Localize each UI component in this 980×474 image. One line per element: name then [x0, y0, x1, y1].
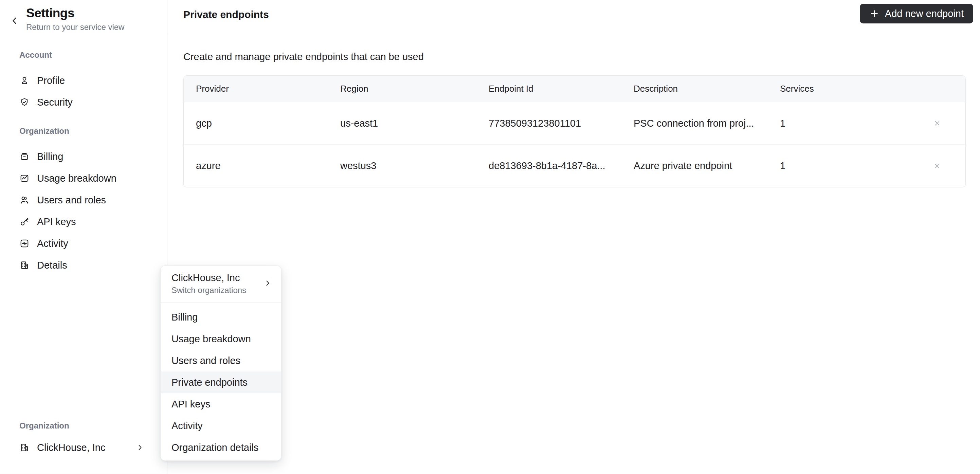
- menu-item-organization-details[interactable]: Organization details: [161, 437, 281, 458]
- menu-item-private-endpoints[interactable]: Private endpoints: [161, 371, 281, 393]
- column-header-services: Services: [780, 84, 909, 94]
- sidebar-item-users-and-roles[interactable]: Users and roles: [0, 189, 167, 211]
- menu-item-usage-breakdown[interactable]: Usage breakdown: [161, 328, 281, 350]
- sidebar-item-activity[interactable]: Activity: [0, 232, 167, 254]
- chevron-right-icon: [264, 279, 272, 287]
- sidebar-item-label: Billing: [37, 151, 63, 162]
- sidebar: Settings Return to your service view Acc…: [0, 0, 167, 474]
- add-new-endpoint-button[interactable]: Add new endpoint: [860, 4, 973, 24]
- user-icon: [19, 75, 30, 86]
- cell-services: 1: [780, 118, 909, 129]
- table-row: azure westus3 de813693-8b1a-4187-8a... A…: [184, 145, 966, 187]
- sidebar-title: Settings: [26, 6, 74, 21]
- menu-item-billing[interactable]: Billing: [161, 306, 281, 328]
- table-header-row: Provider Region Endpoint Id Description …: [184, 76, 966, 102]
- column-header-provider: Provider: [196, 84, 340, 94]
- sidebar-item-label: Activity: [37, 238, 68, 249]
- cell-region: us-east1: [340, 118, 488, 129]
- main-content: Create and manage private endpoints that…: [168, 33, 980, 474]
- usage-chart-icon: [19, 173, 30, 183]
- sidebar-item-label: Users and roles: [37, 194, 106, 206]
- cell-region: westus3: [340, 160, 488, 172]
- sidebar-item-label: Profile: [37, 75, 65, 86]
- close-icon: [933, 119, 941, 127]
- remove-endpoint-button[interactable]: [931, 116, 944, 130]
- add-new-endpoint-label: Add new endpoint: [885, 8, 964, 19]
- section-label-organization: Organization: [19, 126, 69, 136]
- back-button[interactable]: [9, 15, 21, 27]
- sidebar-subtitle: Return to your service view: [26, 22, 124, 32]
- organization-dropdown-menu: ClickHouse, Inc Switch organizations Bil…: [160, 266, 282, 461]
- sidebar-item-label: Security: [37, 97, 73, 108]
- plus-icon: [869, 8, 880, 19]
- organization-nav: Billing Usage breakdown Users and roles …: [0, 146, 167, 276]
- dropdown-org-name: ClickHouse, Inc: [172, 272, 261, 283]
- shield-check-icon: [19, 97, 30, 107]
- key-icon: [19, 216, 30, 227]
- account-nav: Profile Security: [0, 70, 167, 113]
- menu-item-activity[interactable]: Activity: [161, 415, 281, 437]
- column-header-endpoint-id: Endpoint Id: [488, 84, 634, 94]
- chevron-left-icon: [10, 16, 20, 26]
- billing-icon: [19, 151, 30, 162]
- column-header-region: Region: [340, 84, 488, 94]
- cell-services: 1: [780, 160, 909, 172]
- menu-item-users-and-roles[interactable]: Users and roles: [161, 350, 281, 371]
- sidebar-item-api-keys[interactable]: API keys: [0, 211, 167, 232]
- cell-description: PSC connection from proj...: [634, 118, 780, 129]
- dropdown-list: Billing Usage breakdown Users and roles …: [161, 303, 281, 460]
- page-title: Private endpoints: [183, 9, 269, 21]
- sidebar-item-label: Details: [37, 260, 67, 271]
- close-icon: [933, 162, 941, 170]
- sidebar-item-details[interactable]: Details: [0, 254, 167, 276]
- cell-description: Azure private endpoint: [634, 160, 780, 172]
- section-label-organization-footer: Organization: [19, 421, 69, 431]
- dropdown-org-subtitle: Switch organizations: [172, 286, 261, 295]
- remove-endpoint-button[interactable]: [931, 159, 944, 173]
- sidebar-item-billing[interactable]: Billing: [0, 146, 167, 167]
- sidebar-item-usage-breakdown[interactable]: Usage breakdown: [0, 167, 167, 189]
- users-icon: [19, 195, 30, 205]
- private-endpoints-table: Provider Region Endpoint Id Description …: [183, 75, 966, 188]
- cell-provider: azure: [196, 160, 340, 172]
- cell-provider: gcp: [196, 118, 340, 129]
- main-header: Private endpoints Add new endpoint: [168, 0, 980, 33]
- activity-icon: [19, 239, 30, 248]
- column-header-description: Description: [634, 84, 780, 94]
- page-description: Create and manage private endpoints that…: [183, 51, 424, 62]
- menu-item-api-keys[interactable]: API keys: [161, 393, 281, 415]
- dropdown-org-header[interactable]: ClickHouse, Inc Switch organizations: [161, 266, 281, 302]
- sidebar-item-label: API keys: [37, 216, 76, 227]
- settings-page: Settings Return to your service view Acc…: [0, 0, 980, 474]
- organization-switcher[interactable]: ClickHouse, Inc: [0, 437, 167, 458]
- table-row: gcp us-east1 77385093123801101 PSC conne…: [184, 102, 966, 145]
- organization-name: ClickHouse, Inc: [37, 442, 105, 453]
- chevron-right-icon: [136, 444, 144, 452]
- section-label-account: Account: [19, 50, 52, 60]
- building-icon: [19, 442, 30, 453]
- cell-endpoint-id: 77385093123801101: [488, 118, 634, 129]
- building-icon: [19, 260, 30, 270]
- sidebar-item-profile[interactable]: Profile: [0, 70, 167, 91]
- sidebar-item-security[interactable]: Security: [0, 91, 167, 113]
- sidebar-item-label: Usage breakdown: [37, 173, 116, 184]
- cell-endpoint-id: de813693-8b1a-4187-8a...: [488, 160, 634, 172]
